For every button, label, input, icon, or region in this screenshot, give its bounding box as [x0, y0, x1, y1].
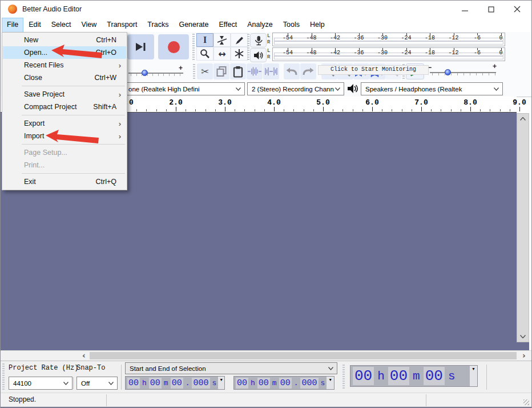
ruler-label: 2.0 [169, 98, 182, 107]
selection-grip[interactable] [2, 363, 5, 390]
time-digit-group[interactable]: 000 [192, 378, 209, 389]
vertical-scrollbar[interactable] [517, 113, 529, 342]
scroll-down-button[interactable] [517, 332, 529, 341]
menubar-item-help[interactable]: Help [305, 18, 330, 31]
time-format-dropdown[interactable]: ▼ [327, 377, 334, 389]
menubar-item-tools[interactable]: Tools [278, 18, 305, 31]
meter-scale-value: -24 [401, 35, 411, 41]
menu-item-compact-project[interactable]: Compact ProjectShift+A [3, 101, 126, 113]
menu-item-open[interactable]: Open...Ctrl+O [3, 46, 126, 59]
time-digit-group[interactable]: 00 [388, 367, 409, 385]
time-digit-group[interactable]: 00 [236, 378, 248, 389]
skip-to-end-button[interactable] [127, 34, 154, 59]
selection-mode-combo[interactable]: Start and End of Selection [125, 362, 337, 374]
ruler-minor-tick [412, 109, 412, 111]
input-channels-combo[interactable]: 2 (Stereo) Recording Chann [247, 82, 344, 95]
draw-tool-button[interactable] [231, 33, 248, 47]
menu-item-page-setup[interactable]: Page Setup... [3, 146, 126, 159]
ruler-minor-tick [136, 109, 137, 111]
trim-audio-button[interactable] [247, 63, 263, 79]
menubar-item-generate[interactable]: Generate [174, 18, 213, 31]
envelope-tool-button[interactable] [213, 33, 231, 47]
menubar-item-file[interactable]: File [2, 18, 23, 33]
playback-meter[interactable]: -54-48-42-36-30-24-18-12-60 [272, 47, 505, 61]
horizontal-scroll-thumb[interactable] [90, 352, 517, 359]
maximize-button[interactable] [478, 1, 504, 18]
paste-button[interactable] [230, 63, 246, 79]
meter-grip[interactable] [247, 34, 249, 61]
tools-grip[interactable] [192, 34, 195, 61]
speed-slider-thumb[interactable] [445, 69, 451, 75]
scroll-right-button[interactable]: › [519, 351, 529, 361]
time-digit-group[interactable]: 00 [424, 367, 445, 385]
slider-tick [180, 74, 180, 76]
close-button[interactable] [504, 1, 530, 18]
meter-scale-tick [359, 48, 360, 50]
menubar-item-analyze[interactable]: Analyze [242, 18, 277, 31]
menu-item-new[interactable]: NewCtrl+N [3, 34, 126, 46]
speed-slider-track[interactable] [430, 72, 496, 73]
play-meter-button[interactable] [250, 48, 267, 62]
menu-item-import[interactable]: Import› [3, 130, 126, 142]
timeshift-tool-button[interactable]: ↔ [213, 47, 231, 61]
audio-position-field[interactable]: 00h00m00s▼ [350, 365, 478, 387]
menu-item-label: Save Project [24, 90, 65, 98]
status-bar: Stopped. [1, 393, 531, 407]
multi-tool-button[interactable] [231, 47, 248, 61]
input-device-combo[interactable]: one (Realtek High Defini [124, 82, 245, 95]
output-device-combo[interactable]: Speakers / Headphones (Realtek [361, 82, 503, 95]
menubar-item-effect[interactable]: Effect [214, 18, 243, 31]
record-button[interactable] [158, 34, 189, 59]
menu-item-export[interactable]: Export› [3, 117, 126, 130]
time-digit-group[interactable]: 00 [171, 378, 183, 389]
menubar-item-transport[interactable]: Transport [102, 18, 142, 31]
menubar-item-view[interactable]: View [76, 18, 102, 31]
menu-item-recent-files[interactable]: Recent Files› [3, 59, 126, 71]
time-digit-group[interactable]: 000 [300, 378, 318, 389]
menu-item-close[interactable]: CloseCtrl+W [3, 71, 126, 84]
resize-grip[interactable] [523, 399, 529, 405]
time-grip[interactable] [342, 365, 345, 390]
meter-scale-value: -12 [448, 35, 458, 41]
menu-item-save-project[interactable]: Save Project› [3, 88, 126, 101]
snap-to-combo[interactable]: Off [76, 377, 118, 390]
redo-button[interactable] [300, 63, 316, 79]
meter-scale-value: -6 [474, 50, 481, 56]
horizontal-scrollbar[interactable]: ‹ › [1, 350, 531, 361]
time-digit-group[interactable]: 00 [149, 378, 162, 389]
edit-grip[interactable] [193, 64, 195, 80]
time-digit-group[interactable]: 00 [279, 378, 292, 389]
undo-button[interactable] [284, 63, 300, 79]
time-format-dropdown[interactable]: ▼ [218, 377, 224, 389]
time-digit-group[interactable]: 00 [353, 367, 374, 385]
slider-tick [451, 73, 452, 75]
menubar-item-tracks[interactable]: Tracks [142, 18, 174, 31]
copy-button[interactable] [213, 63, 229, 79]
menu-item-print[interactable]: Print... [3, 159, 126, 171]
menu-item-exit[interactable]: ExitCtrl+Q [3, 175, 126, 188]
time-digit-group[interactable]: 00 [127, 378, 140, 389]
asterisk-icon [234, 49, 244, 59]
selection-tool-button[interactable]: I [196, 33, 213, 47]
record-meter-button[interactable] [250, 33, 267, 47]
menubar-item-select[interactable]: Select [46, 18, 76, 31]
silence-audio-button[interactable] [263, 63, 279, 79]
recording-meter[interactable]: -54-48-42-36-30-24-18-12-60 [272, 33, 505, 46]
selection-end-field[interactable]: 00h00m00.000s▼ [233, 376, 334, 390]
playback-meter-bar-right [274, 56, 503, 59]
selection-start-field[interactable]: 00h00m00.000s▼ [125, 376, 225, 390]
menubar-item-edit[interactable]: Edit [23, 18, 46, 31]
zoom-tool-button[interactable] [196, 47, 213, 61]
slider-tick [495, 73, 495, 75]
ruler-minor-tick [304, 109, 304, 111]
monitoring-overlay[interactable]: Click to Start Monitoring [318, 65, 429, 75]
divider [73, 377, 74, 389]
scroll-left-button[interactable]: ‹ [79, 351, 89, 361]
cut-button[interactable]: ✂ [197, 63, 213, 79]
time-digit-group[interactable]: 00 [257, 378, 270, 389]
scroll-up-button[interactable] [517, 114, 529, 123]
maximize-icon [488, 6, 494, 13]
project-rate-combo[interactable]: 44100 [9, 377, 72, 390]
minimize-button[interactable] [452, 1, 478, 18]
time-format-dropdown[interactable]: ▼ [470, 366, 477, 386]
